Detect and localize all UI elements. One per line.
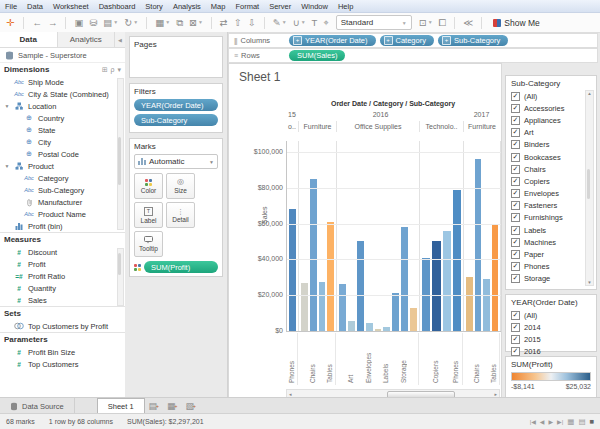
next-page-icon[interactable]: ▶ (548, 418, 553, 425)
subcategory-item-phones[interactable]: ✓Phones (511, 261, 591, 273)
year-item-2014[interactable]: ✓2014 (511, 321, 591, 333)
bar-paper[interactable] (392, 293, 399, 331)
subcategory-item-machines[interactable]: ✓Machines (511, 236, 591, 248)
subcategory-item-labels[interactable]: ✓Labels (511, 224, 591, 236)
menu-map[interactable]: Map (211, 2, 226, 11)
view-data-icon[interactable]: ⊞ (102, 66, 108, 74)
field-product-name[interactable]: AbcProduct Name (0, 208, 125, 220)
fix-axes-icon[interactable]: ⌖ (320, 18, 331, 28)
mark-type-dropdown[interactable]: Automatic ▼ (134, 154, 218, 169)
expand-hierarchy-icon[interactable]: + (442, 36, 451, 45)
bar-tables[interactable] (327, 222, 334, 331)
duplicate-icon[interactable]: ⧉ (173, 18, 186, 28)
rows-shelf[interactable]: ≡ Rows SUM(Sales) (228, 48, 598, 63)
grid-view-icon[interactable]: ▦ (567, 417, 574, 426)
menu-help[interactable]: Help (338, 2, 353, 11)
subcategory-item--all-[interactable]: ✓(All) (511, 90, 591, 102)
field-profit-bin-size[interactable]: #Profit Bin Size (0, 346, 125, 358)
bar-tables[interactable] (492, 224, 499, 331)
subcategory-item-bookcases[interactable]: ✓Bookcases (511, 151, 591, 163)
columns-pill-sub-category[interactable]: +Sub-Category (438, 35, 508, 46)
filter-pill-year-order-date-[interactable]: YEAR(Order Date) (134, 99, 218, 111)
subcategory-item-envelopes[interactable]: ✓Envelopes (511, 188, 591, 200)
field-state[interactable]: ⊕State (0, 124, 125, 136)
checkbox-checked-icon[interactable]: ✓ (511, 226, 520, 235)
expander-icon[interactable]: ▼ (4, 163, 10, 169)
year-item-2015[interactable]: ✓2015 (511, 333, 591, 345)
menu-server[interactable]: Server (269, 2, 291, 11)
highlight-icon[interactable]: ✎▼ (270, 18, 290, 28)
fit-dropdown[interactable]: Standard ▼ (336, 15, 412, 30)
bar-furnishings[interactable] (319, 282, 326, 331)
field-discount[interactable]: #Discount (0, 246, 125, 258)
field-sales[interactable]: #Sales (0, 294, 125, 306)
new-dashboard-button[interactable]: ▦+ (163, 398, 181, 414)
scrollbar-thumb[interactable] (587, 169, 590, 199)
checkbox-checked-icon[interactable]: ✓ (511, 335, 520, 344)
checkbox-checked-icon[interactable]: ✓ (511, 323, 520, 332)
bar-phones[interactable] (289, 209, 296, 331)
view-card-icon[interactable]: ▦▼ (152, 18, 173, 28)
checkbox-checked-icon[interactable]: ✓ (511, 177, 520, 186)
bar-chairs[interactable] (475, 159, 482, 331)
bar-bookcases[interactable] (301, 283, 308, 331)
detail-button[interactable]: ⋮ Detail (166, 202, 195, 228)
redo-icon[interactable]: → (45, 18, 61, 28)
subcategory-item-storage[interactable]: ✓Storage (511, 273, 591, 285)
color-gradient-bar[interactable] (511, 372, 591, 381)
subcategory-item-chairs[interactable]: ✓Chairs (511, 163, 591, 175)
find-field-icon[interactable]: ρ (111, 66, 115, 73)
sort-descending-icon[interactable]: ⇩ (245, 18, 259, 28)
category-header-1[interactable]: Furniture (298, 121, 336, 132)
year-header-15[interactable]: 15 (286, 111, 298, 121)
tooltip-button[interactable]: Tooltip (134, 231, 163, 257)
field-top-customers[interactable]: #Top Customers (0, 358, 125, 370)
checkbox-checked-icon[interactable]: ✓ (511, 92, 520, 101)
sheet-tab-sheet1[interactable]: Sheet 1 (97, 398, 145, 414)
category-header-4[interactable]: Furniture (463, 121, 500, 132)
category-header-0[interactable]: o.. (286, 121, 298, 132)
pages-shelf[interactable]: Pages (129, 36, 223, 78)
checkbox-checked-icon[interactable]: ✓ (511, 238, 520, 247)
columns-shelf[interactable]: ||| Columns +YEAR(Order Date)+Category+S… (228, 33, 598, 48)
filter-pill-sub-category[interactable]: Sub-Category (134, 114, 218, 126)
bar-chairs[interactable] (310, 179, 317, 331)
undo-icon[interactable]: ← (29, 18, 45, 28)
expand-hierarchy-icon[interactable]: + (384, 36, 393, 45)
bar-phones[interactable] (453, 190, 461, 331)
first-page-icon[interactable]: |◀ (530, 418, 536, 425)
checkbox-checked-icon[interactable]: ✓ (511, 250, 520, 259)
menu-data[interactable]: Data (27, 2, 43, 11)
sort-ascending-icon[interactable]: ⇧ (231, 18, 245, 28)
menu-format[interactable]: Format (235, 2, 259, 11)
filters-shelf[interactable]: Filters YEAR(Order Date)Sub-Category (129, 83, 223, 133)
add-data-source-icon[interactable]: ⛁ (86, 18, 100, 28)
field-profit-bin-[interactable]: Profit (bin) (0, 220, 125, 232)
measures-scrollbar[interactable] (117, 248, 124, 306)
year-header-2017[interactable]: 2017 (463, 111, 500, 121)
group-members-icon[interactable]: ∪▼ (290, 18, 309, 28)
bar-storage[interactable] (401, 227, 408, 331)
new-worksheet-button[interactable]: ▤+ (145, 398, 163, 414)
scrollbar-thumb[interactable] (118, 137, 121, 185)
bar-art[interactable] (348, 321, 355, 331)
expand-hierarchy-icon[interactable]: + (293, 36, 302, 45)
presentation-mode-icon[interactable]: ⧠ (436, 18, 450, 28)
checkbox-checked-icon[interactable]: ✓ (511, 153, 520, 162)
checkbox-checked-icon[interactable]: ✓ (511, 165, 520, 174)
bar-machines[interactable] (443, 231, 451, 331)
field-ship-mode[interactable]: AbcShip Mode (0, 76, 125, 88)
bar-furnishings[interactable] (483, 279, 490, 331)
size-button[interactable]: ◎ Size (166, 173, 195, 199)
scroll-up-icon[interactable]: ▲ (586, 91, 593, 96)
bar-supplies[interactable] (410, 308, 417, 331)
year-header-2016[interactable]: 2016 (298, 111, 463, 121)
chart-plot-area[interactable] (286, 141, 501, 332)
data-source-tab[interactable]: Data Source (0, 398, 75, 414)
subcategory-item-paper[interactable]: ✓Paper (511, 248, 591, 260)
field-product[interactable]: ▼Product (0, 160, 125, 172)
expander-icon[interactable]: ▼ (4, 103, 10, 109)
checkbox-checked-icon[interactable]: ✓ (511, 189, 520, 198)
fit-selector-icon[interactable]: ⊡▼ (416, 18, 436, 28)
prev-page-icon[interactable]: ◀ (540, 418, 545, 425)
